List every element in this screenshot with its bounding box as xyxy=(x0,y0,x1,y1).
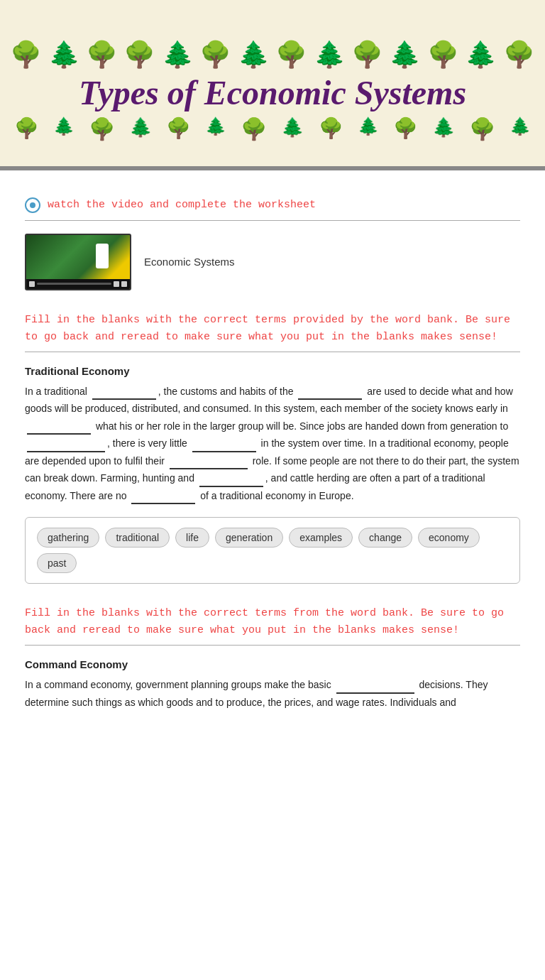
divider-3 xyxy=(25,645,520,646)
play-button xyxy=(29,281,35,287)
blank-7[interactable] xyxy=(199,486,263,487)
blank-1[interactable] xyxy=(92,398,156,400)
page-title: Types of Economic Systems xyxy=(7,72,538,114)
volume-button xyxy=(114,281,119,287)
fill-instruction-1: Fill in the blanks with the correct term… xyxy=(25,312,520,346)
trees-top-decoration: 🌳 🌲 🌳 🌳 🌲 🌳 🌲 🌳 🌲 🌳 🌲 🌳 🌲 🌳 xyxy=(7,13,538,70)
blank-cmd-1[interactable] xyxy=(336,692,414,694)
video-thumbnail[interactable] xyxy=(25,234,131,290)
progress-bar xyxy=(37,283,111,285)
bullet-icon xyxy=(25,197,40,213)
blank-5[interactable] xyxy=(192,451,256,452)
blank-4[interactable] xyxy=(27,451,105,452)
section-heading-1: Traditional Economy xyxy=(25,365,520,377)
blank-8[interactable] xyxy=(131,503,195,504)
video-title: Economic Systems xyxy=(144,256,235,268)
section-heading-2: Command Economy xyxy=(25,658,520,670)
word-tag-life[interactable]: life xyxy=(175,528,209,548)
fullscreen-button xyxy=(121,281,127,287)
word-bank-1: gathering traditional life generation ex… xyxy=(25,517,520,584)
word-tag-examples[interactable]: examples xyxy=(289,528,353,548)
word-tag-change[interactable]: change xyxy=(358,528,412,548)
blank-6[interactable] xyxy=(170,468,248,469)
instruction-row: watch the video and complete the workshe… xyxy=(25,197,520,213)
word-tag-gathering[interactable]: gathering xyxy=(37,528,99,548)
word-tag-past[interactable]: past xyxy=(37,553,77,573)
video-row: Economic Systems xyxy=(25,234,520,290)
word-tag-generation[interactable]: generation xyxy=(215,528,283,548)
command-economy-text: In a command economy, government plannin… xyxy=(25,676,520,711)
word-tag-economy[interactable]: economy xyxy=(418,528,480,548)
section-2: Fill in the blanks with the correct term… xyxy=(25,605,520,711)
divider-1 xyxy=(25,220,520,221)
main-content: watch the video and complete the workshe… xyxy=(0,170,545,739)
bullet-inner xyxy=(30,202,35,208)
video-figure xyxy=(96,244,109,268)
page-header: 🌳 🌲 🌳 🌳 🌲 🌳 🌲 🌳 🌲 🌳 🌲 🌳 🌲 🌳 Types of Eco… xyxy=(0,0,545,170)
word-tag-traditional[interactable]: traditional xyxy=(105,528,170,548)
trees-bottom-decoration: 🌳 🌲 🌳 🌲 🌳 🌲 🌳 🌲 🌳 🌲 🌳 🌲 🌳 🌲 xyxy=(7,116,538,152)
blank-3[interactable] xyxy=(27,433,91,435)
instruction-text: watch the video and complete the workshe… xyxy=(48,199,316,211)
video-controls xyxy=(26,279,130,289)
traditional-economy-text: In a traditional , the customs and habit… xyxy=(25,383,520,505)
blank-2[interactable] xyxy=(298,398,362,400)
fill-instruction-2: Fill in the blanks with the correct term… xyxy=(25,605,520,639)
divider-2 xyxy=(25,352,520,352)
